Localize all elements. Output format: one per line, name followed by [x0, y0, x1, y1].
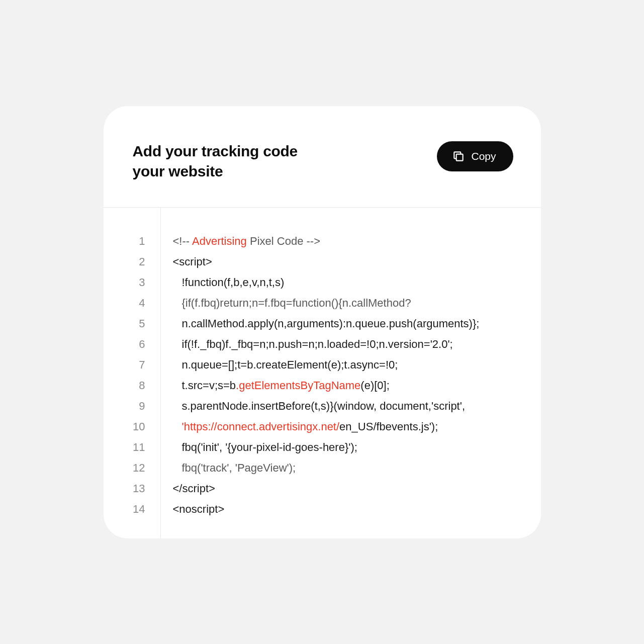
copy-icon: [452, 150, 465, 163]
line-number: 7: [139, 354, 145, 375]
code-segment: !function(f,b,e,v,n,t,s): [182, 276, 285, 289]
code-segment: <script>: [173, 255, 212, 268]
title-line-1: Add your tracking code: [133, 143, 298, 159]
code-line: if(!f._fbq)f._fbq=n;n.push=n;n.loaded=!0…: [173, 334, 541, 354]
code-line: fbq('track', 'PageView');: [173, 457, 541, 478]
code-segment: n.callMethod.apply(n,arguments):n.queue.…: [182, 317, 480, 330]
code-line: {if(f.fbq)return;n=f.fbq=function(){n.ca…: [173, 293, 541, 313]
code-segment: .getElementsByTagName: [236, 379, 360, 392]
code-segment: Pixel Code -->: [247, 235, 320, 247]
code-line: <!-- Advertising Pixel Code -->: [173, 231, 541, 251]
code-content[interactable]: <!-- Advertising Pixel Code --><script>!…: [161, 208, 541, 538]
copy-button-label: Copy: [471, 150, 496, 162]
title-line-2: your website: [133, 163, 223, 179]
code-line: 'https://connect.advertisingx.net/en_US/…: [173, 416, 541, 437]
line-number: 4: [139, 293, 145, 313]
line-number: 12: [133, 457, 145, 478]
card-title: Add your tracking code your website: [133, 141, 298, 182]
code-segment: 'https://connect.advertisingx.net/: [182, 420, 340, 433]
line-number: 2: [139, 251, 145, 272]
code-line: n.callMethod.apply(n,arguments):n.queue.…: [173, 313, 541, 334]
line-number: 10: [133, 416, 145, 437]
code-segment: n.queue=[];t=b.createElement(e);t.async=…: [182, 358, 398, 371]
code-segment: <noscript>: [173, 503, 225, 515]
code-line: t.src=v;s=b.getElementsByTagName(e)[0];: [173, 375, 541, 396]
code-line: fbq('init', '{your-pixel-id-goes-here}')…: [173, 437, 541, 457]
line-number: 8: [139, 375, 145, 396]
code-segment: fbq('init', '{your-pixel-id-goes-here}')…: [182, 441, 357, 453]
line-number: 3: [139, 272, 145, 293]
code-segment: Advertising: [192, 235, 247, 247]
code-line: <noscript>: [173, 499, 541, 519]
code-segment: fbq('track', 'PageView');: [182, 462, 296, 474]
line-number: 5: [139, 313, 145, 334]
code-segment: </script>: [173, 482, 215, 495]
line-number: 11: [133, 437, 145, 457]
code-line: s.parentNode.insertBefore(t,s)}(window, …: [173, 396, 541, 416]
svg-rect-0: [456, 154, 463, 160]
copy-button[interactable]: Copy: [437, 141, 513, 171]
code-segment: {if(f.fbq)return;n=f.fbq=function(){n.ca…: [182, 297, 411, 309]
code-segment: s.parentNode.insertBefore(t,s)}(window, …: [182, 400, 466, 412]
code-segment: t.src=v;s=b: [182, 379, 236, 392]
tracking-code-card: Add your tracking code your website Copy…: [104, 106, 541, 538]
line-number: 1: [139, 231, 145, 251]
code-segment: (e)[0];: [360, 379, 389, 392]
line-number-gutter: 1234567891011121314: [104, 208, 161, 538]
line-number: 13: [133, 478, 145, 499]
line-number: 9: [139, 396, 145, 416]
line-number: 6: [139, 334, 145, 354]
code-line: !function(f,b,e,v,n,t,s): [173, 272, 541, 293]
card-header: Add your tracking code your website Copy: [104, 106, 541, 208]
line-number: 14: [133, 499, 145, 519]
code-segment: <!--: [173, 235, 193, 247]
code-line: </script>: [173, 478, 541, 499]
code-area: 1234567891011121314 <!-- Advertising Pix…: [104, 208, 541, 538]
code-line: <script>: [173, 251, 541, 272]
code-segment: if(!f._fbq)f._fbq=n;n.push=n;n.loaded=!0…: [182, 338, 453, 350]
code-segment: en_US/fbevents.js');: [339, 420, 438, 433]
code-line: n.queue=[];t=b.createElement(e);t.async=…: [173, 354, 541, 375]
